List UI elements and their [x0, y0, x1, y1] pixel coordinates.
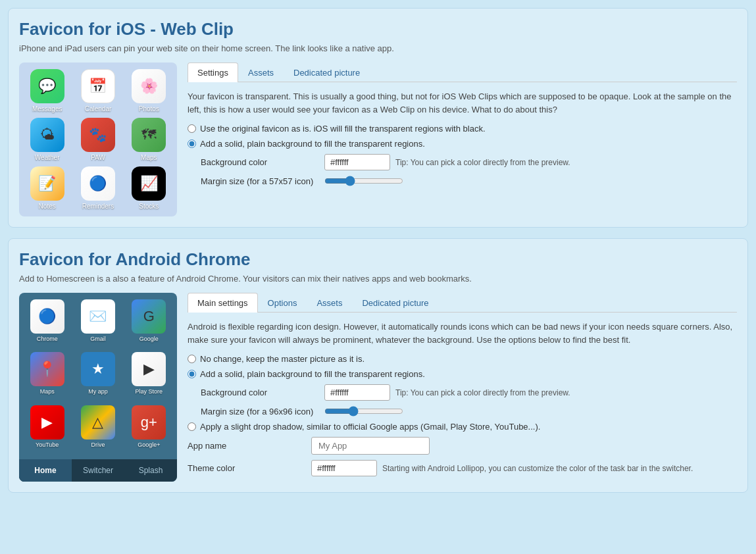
android-appname-input[interactable] [311, 437, 430, 455]
android-subtitle: Add to Homescreen is a also a feature of… [19, 274, 737, 284]
ios-description: Your favicon is transparent. This is usu… [188, 90, 737, 116]
android-app-icon: g+Google+ [126, 405, 172, 453]
android-radio-label-2: Add a solid, plain background to fill th… [200, 369, 425, 379]
android-theme-color-tip: Starting with Android Lollipop, you can … [382, 464, 693, 473]
android-icon-img: 📍 [30, 352, 64, 386]
android-icon-img: ✉️ [81, 299, 115, 334]
android-bg-color-input[interactable] [324, 384, 390, 401]
android-radio-1: No change, keep the master picture as it… [188, 354, 737, 364]
android-shadow-row: Apply a slight drop shadow, similar to o… [188, 422, 737, 432]
ios-section: Favicon for iOS - Web Clip iPhone and iP… [8, 8, 748, 228]
android-bg-color-row: Background color Tip: You can pick a col… [201, 384, 737, 401]
android-radio-input-1[interactable] [188, 355, 196, 363]
ios-tab-dedicated-picture[interactable]: Dedicated picture [284, 63, 370, 82]
ios-margin-slider[interactable] [324, 176, 403, 186]
android-app-icon: ✉️Gmail [75, 299, 120, 347]
ios-radio-1: Use the original favicon as is. iOS will… [188, 124, 737, 134]
android-radio-input-2[interactable] [188, 370, 196, 378]
ios-preview: 💬Messages📅Calendar🌸Photos🌤Weather🐾PAW🗺Ma… [19, 63, 177, 216]
android-icon-img: ▶ [30, 405, 64, 440]
ios-icon-img: 📅 [81, 69, 115, 103]
android-margin-label: Margin size (for a 96x96 icon) [201, 407, 319, 416]
ios-icon-img: 🌸 [132, 69, 166, 103]
android-theme-color-row: Theme color Starting with Android Lollip… [188, 460, 737, 476]
ios-subtitle: iPhone and iPad users can pin your web s… [19, 43, 737, 53]
android-title: Favicon for Android Chrome [19, 249, 737, 270]
ios-icon-label: Weather [35, 154, 60, 161]
android-theme-color-input[interactable] [311, 460, 377, 476]
android-taskbar: HomeSwitcherSplash [19, 459, 177, 482]
ios-settings-panel: SettingsAssetsDedicated picture Your fav… [188, 63, 737, 216]
ios-app-icon: 📝Notes [24, 166, 70, 210]
android-icon-label: Chrome [37, 336, 58, 342]
android-taskbar-splash[interactable]: Splash [124, 459, 177, 482]
android-radio-label-1: No change, keep the master picture as it… [200, 354, 365, 364]
ios-bg-color-label: Background color [201, 157, 319, 167]
android-icon-img: G [132, 299, 166, 334]
android-tab-main-settings[interactable]: Main settings [188, 293, 258, 313]
android-icon-label: Drive [91, 441, 105, 448]
android-tabs: Main settingsOptionsAssetsDedicated pict… [188, 293, 737, 313]
ios-icon-img: 🌤 [30, 118, 64, 152]
android-tab-dedicated-picture[interactable]: Dedicated picture [352, 293, 438, 313]
ios-tab-assets[interactable]: Assets [238, 63, 284, 82]
ios-icon-img: 🔵 [81, 166, 115, 201]
ios-icon-label: Maps [141, 154, 157, 161]
android-icon-label: Google [139, 336, 159, 342]
android-taskbar-switcher[interactable]: Switcher [72, 459, 124, 482]
ios-bg-color-input[interactable] [324, 154, 390, 170]
android-app-icon: ▶Play Store [126, 352, 172, 399]
ios-radio-input-2[interactable] [188, 139, 196, 148]
android-icon-label: Gmail [90, 336, 106, 342]
ios-app-icon: 📅Calendar [75, 69, 120, 113]
android-icon-img: g+ [132, 405, 166, 440]
ios-icon-label: Reminders [82, 203, 114, 210]
ios-tip-text: Tip: You can pick a color directly from … [395, 158, 570, 167]
ios-margin-row: Margin size (for a 57x57 icon) [201, 176, 737, 186]
android-icon-label: My app [88, 388, 108, 395]
android-icon-label: Play Store [136, 388, 163, 395]
android-section: Favicon for Android Chrome Add to Homesc… [8, 238, 748, 493]
android-settings-panel: Main settingsOptionsAssetsDedicated pict… [188, 293, 737, 482]
android-app-icon: ★My app [75, 352, 120, 399]
android-tab-options[interactable]: Options [258, 293, 307, 313]
ios-app-icon: 🐾PAW [75, 118, 120, 161]
android-icon-img: 🔵 [30, 299, 64, 334]
ios-icon-label: PAW [91, 154, 105, 161]
ios-icon-img: 🐾 [81, 118, 115, 152]
android-app-icon: △Drive [75, 405, 120, 453]
ios-app-icon: 🌸Photos [126, 69, 172, 113]
android-icon-label: YouTube [36, 441, 59, 448]
android-appname-row: App name [188, 437, 737, 455]
android-description: Android is flexible regarding icon desig… [188, 320, 737, 346]
android-icon-img: ★ [81, 352, 115, 386]
android-shadow-input[interactable] [188, 422, 196, 431]
android-app-icon: ▶YouTube [24, 405, 70, 453]
android-appname-label: App name [188, 441, 306, 451]
android-theme-color-label: Theme color [188, 463, 306, 473]
ios-radio-2: Add a solid, plain background to fill th… [188, 139, 737, 149]
android-app-icon: GGoogle [126, 299, 172, 347]
android-icon-img: △ [81, 405, 115, 440]
ios-app-icon: 📈Stocks [126, 166, 172, 210]
android-bg-color-label: Background color [201, 388, 319, 397]
ios-radio-input-1[interactable] [188, 124, 196, 133]
android-radio-2: Add a solid, plain background to fill th… [188, 369, 737, 379]
ios-icon-img: 💬 [30, 69, 64, 103]
android-icon-label: Maps [40, 388, 55, 395]
android-taskbar-home[interactable]: Home [19, 459, 72, 482]
android-app-icon: 📍Maps [24, 352, 70, 399]
ios-icon-label: Photos [139, 105, 159, 113]
android-margin-row: Margin size (for a 96x96 icon) [201, 406, 737, 416]
ios-icon-img: 🗺 [132, 118, 166, 152]
android-margin-slider[interactable] [324, 406, 403, 416]
android-shadow-label: Apply a slight drop shadow, similar to o… [200, 422, 540, 432]
android-tab-assets[interactable]: Assets [307, 293, 352, 313]
ios-icon-label: Calendar [85, 105, 112, 113]
ios-app-icon: 🔵Reminders [75, 166, 120, 210]
ios-tab-settings[interactable]: Settings [188, 63, 238, 82]
ios-tabs: SettingsAssetsDedicated picture [188, 63, 737, 82]
android-preview: 🔵Chrome✉️GmailGGoogle📍Maps★My app▶Play S… [19, 293, 177, 482]
ios-app-icon: 💬Messages [24, 69, 70, 113]
android-grid: 🔵Chrome✉️GmailGGoogle📍Maps★My app▶Play S… [19, 293, 177, 459]
